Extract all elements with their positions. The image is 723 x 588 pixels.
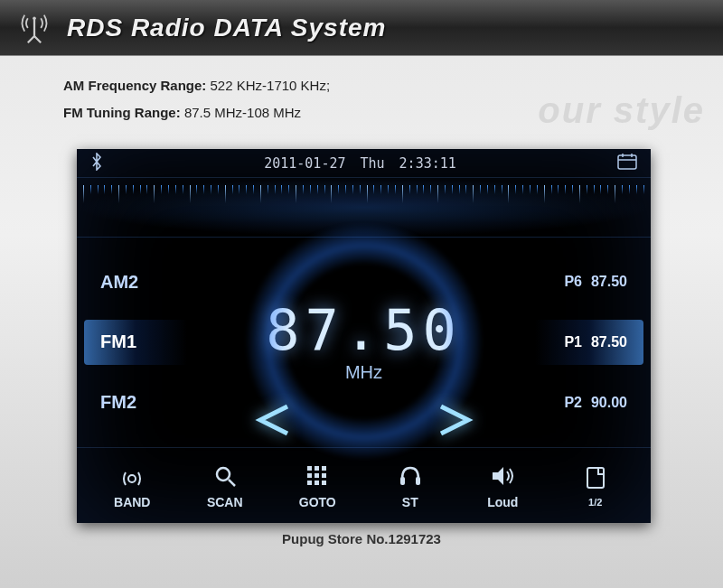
fm-label: FM Tuning Range: [63,105,181,120]
band-icon [118,462,146,490]
status-day: Thu [361,155,385,172]
am-value: 522 KHz-1710 KHz; [211,78,331,93]
page-button[interactable]: 1/2 [555,464,636,508]
footer-text: Pupug Store No.1291723 [282,531,441,546]
svg-point-5 [128,475,136,482]
frequency-display: 87.50 MHz [194,238,533,447]
page-icon [582,464,609,491]
radio-screen: 2011-01-27 Thu 2:33:11 AM2 FM1 FM2 87.50… [77,149,651,523]
loud-button[interactable]: Loud [462,462,543,509]
svg-rect-19 [587,468,604,488]
status-time: 2:33:11 [399,155,456,172]
svg-point-0 [33,16,36,20]
preset-p2[interactable]: P2 90.00 [535,380,643,425]
svg-rect-16 [322,481,326,485]
svg-rect-18 [416,477,420,485]
speaker-icon [489,462,516,490]
band-fm1[interactable]: FM1 [84,320,187,365]
band-fm2[interactable]: FM2 [84,380,187,425]
preset-p1[interactable]: P1 87.50 [535,320,643,365]
antenna-icon [18,12,51,44]
fm-value: 87.5 MHz-108 MHz [184,105,301,120]
svg-rect-15 [315,481,319,485]
svg-rect-13 [322,473,326,478]
preset-p6[interactable]: P6 87.50 [535,259,643,304]
status-bar: 2011-01-27 Thu 2:33:11 [77,149,651,178]
main-display: AM2 FM1 FM2 87.50 MHz P6 87.50 [77,238,651,447]
svg-rect-11 [307,473,312,478]
svg-rect-14 [307,481,312,485]
svg-rect-17 [400,477,405,485]
band-column: AM2 FM1 FM2 [77,238,194,447]
tune-down-button[interactable] [247,402,310,438]
bluetooth-icon [89,153,104,174]
band-am2[interactable]: AM2 [84,259,187,304]
watermark: our style [538,90,705,131]
header-title: RDS Radio DATA System [67,14,386,42]
status-date: 2011-01-27 [264,155,345,172]
tune-up-button[interactable] [418,402,482,438]
search-icon [211,462,239,490]
band-button[interactable]: BAND [91,462,173,509]
svg-rect-12 [315,473,319,478]
am-label: AM Frequency Range: [63,78,206,93]
svg-line-7 [229,480,235,486]
preset-column: P6 87.50 P1 87.50 P2 90.00 [533,238,651,447]
svg-rect-1 [618,155,636,169]
scan-button[interactable]: SCAN [184,462,266,509]
svg-point-6 [217,468,230,481]
page-header: RDS Radio DATA System [0,0,723,56]
calendar-icon[interactable] [616,153,638,174]
